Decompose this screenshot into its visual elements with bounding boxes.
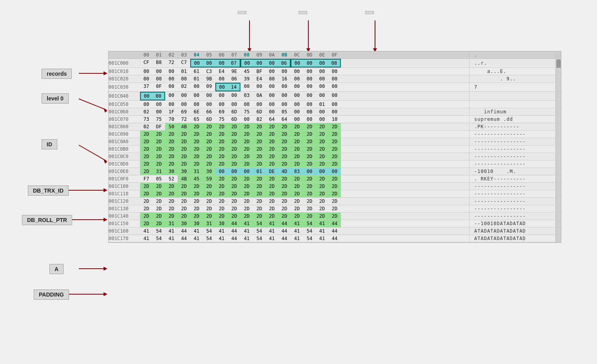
hex-cell[interactable]: 31 [190,168,203,175]
hex-cell[interactable]: 2D [316,153,328,160]
hex-cell[interactable]: 00 [240,83,253,91]
hex-cell[interactable]: 2D [253,213,266,220]
hex-cell[interactable]: 65 [190,116,203,123]
hex-cell[interactable]: 2D [153,213,165,220]
hex-cell[interactable]: 2D [178,153,190,160]
hex-cell[interactable]: 41 [291,220,303,227]
hex-cell[interactable]: 61 [190,68,203,75]
hex-cell[interactable]: 00 [291,108,303,115]
hex-cell[interactable]: 2D [291,175,303,182]
hex-cell[interactable]: 00 [190,92,203,100]
hex-cell[interactable]: 2D [240,153,253,160]
hex-cell[interactable]: 2D [291,131,303,138]
hex-cell[interactable]: 2D [328,123,341,130]
hex-cell[interactable]: 00 [165,101,178,108]
hex-cell[interactable]: 2D [215,183,228,190]
hex-cell[interactable]: 02 [178,83,190,91]
hex-cell[interactable]: 06 [228,75,240,82]
hex-cell[interactable]: 01 [190,75,203,82]
hex-cell[interactable]: 2D [303,190,316,197]
hex-cell[interactable]: 2D [266,205,278,212]
hex-cell[interactable]: 41 [266,235,278,242]
hex-cell[interactable]: 2D [240,160,253,167]
hex-cell[interactable]: 00 [316,83,328,91]
hex-cell[interactable]: 00 [153,108,165,115]
hex-cell[interactable]: 2D [291,146,303,153]
hex-cell[interactable]: 2D [203,131,215,138]
hex-cell[interactable]: 2D [190,190,203,197]
hex-cell[interactable]: 00 [165,75,178,82]
hex-cell[interactable]: 2D [328,198,341,205]
hex-cell[interactable]: 2D [278,123,291,130]
hex-cell[interactable]: 00 [190,83,203,91]
hex-cell[interactable]: 2D [316,190,328,197]
hex-cell[interactable]: 69 [215,108,228,115]
hex-cell[interactable]: 30 [178,220,190,227]
hex-cell[interactable]: 2D [303,146,316,153]
hex-cell[interactable]: 2D [253,123,266,130]
hex-cell[interactable]: 41 [316,235,328,242]
hex-cell[interactable]: 2D [140,190,153,197]
hex-cell[interactable]: 2D [291,123,303,130]
hex-cell[interactable]: 66 [203,108,215,115]
hex-cell[interactable]: 2D [303,205,316,212]
hex-cell[interactable]: 75 [153,116,165,123]
hex-cell[interactable]: 2D [153,205,165,212]
hex-cell[interactable]: 2D [303,175,316,182]
hex-cell[interactable]: 00 [291,116,303,123]
hex-cell[interactable]: 2D [228,160,240,167]
hex-cell[interactable]: 41 [266,228,278,235]
hex-cell[interactable]: 00 [303,92,316,100]
hex-cell[interactable]: 2D [215,153,228,160]
hex-cell[interactable]: 00 [303,168,316,175]
hex-cell[interactable]: 00 [266,101,278,108]
hex-cell[interactable]: 2D [178,183,190,190]
hex-cell[interactable]: 54 [303,220,316,227]
hex-cell[interactable]: 2D [178,213,190,220]
hex-cell[interactable]: 00 [215,101,228,108]
hex-cell[interactable]: 41 [316,228,328,235]
hex-cell[interactable]: 00 [266,59,278,67]
hex-cell[interactable]: 54 [203,235,215,242]
hex-cell[interactable]: 2D [178,138,190,145]
hex-cell[interactable]: 2D [153,220,165,227]
hex-cell[interactable]: 50 [165,123,178,130]
hex-cell[interactable]: 2D [266,146,278,153]
hex-cell[interactable]: 64 [266,116,278,123]
hex-cell[interactable]: 2D [203,138,215,145]
hex-cell[interactable]: 54 [253,235,266,242]
hex-cell[interactable]: 00 [228,101,240,108]
hex-cell[interactable]: C3 [203,68,215,75]
hex-cell[interactable]: 4D [278,168,291,175]
hex-cell[interactable]: 2D [240,123,253,130]
hex-cell[interactable]: DF [153,123,165,130]
hex-cell[interactable]: 2D [253,190,266,197]
hex-cell[interactable]: 2D [278,183,291,190]
hex-cell[interactable]: 2D [266,183,278,190]
hex-cell[interactable]: 2D [266,138,278,145]
hex-cell[interactable]: 41 [291,228,303,235]
hex-cell[interactable]: 08 [328,59,341,67]
hex-cell[interactable]: 00 [215,92,228,100]
hex-cell[interactable]: 0B [303,108,316,115]
hex-cell[interactable]: 10 [328,116,341,123]
hex-cell[interactable]: 2D [303,131,316,138]
hex-cell[interactable]: 2D [140,198,153,205]
hex-cell[interactable]: 44 [178,235,190,242]
hex-cell[interactable]: 0F [153,83,165,91]
hex-cell[interactable]: 2D [165,138,178,145]
hex-cell[interactable]: 00 [190,101,203,108]
hex-cell[interactable]: 00 [178,75,190,82]
hex-cell[interactable]: 05 [278,108,291,115]
hex-cell[interactable]: E4 [253,75,266,82]
hex-cell[interactable]: 2D [228,146,240,153]
hex-cell[interactable]: 2D [190,138,203,145]
hex-cell[interactable]: 41 [316,220,328,227]
hex-cell[interactable]: 41 [266,220,278,227]
hex-cell[interactable]: 59 [203,175,215,182]
hex-cell[interactable]: 2D [153,131,165,138]
hex-cell[interactable]: 2D [291,153,303,160]
hex-cell[interactable]: 00 [190,59,203,67]
hex-cell[interactable]: 07 [228,59,240,67]
hex-cell[interactable]: 00 [165,83,178,91]
